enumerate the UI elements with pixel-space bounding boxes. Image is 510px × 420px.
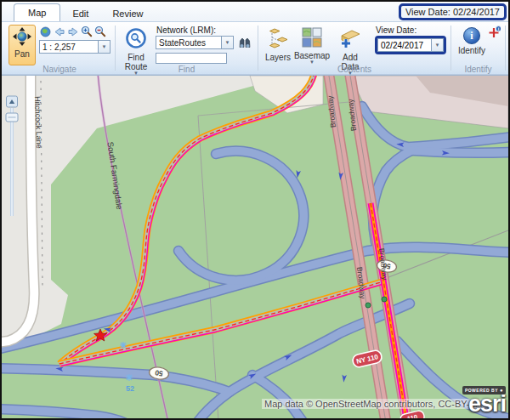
basemap-icon xyxy=(302,27,322,49)
find-route-search-input[interactable] xyxy=(156,53,227,64)
zoom-in-button[interactable] xyxy=(80,26,93,37)
layers-button[interactable]: Layers xyxy=(263,25,293,64)
network-select[interactable] xyxy=(156,36,222,49)
measure-label: 52 xyxy=(126,384,134,393)
zoom-in-icon xyxy=(81,26,93,37)
find-group-label: Find xyxy=(116,65,257,74)
basemap-button[interactable]: Basemap ▼ xyxy=(293,25,331,64)
svg-text:50: 50 xyxy=(154,368,163,377)
tab-edit[interactable]: Edit xyxy=(60,5,100,21)
network-dropdown-arrow[interactable]: ▼ xyxy=(222,36,234,49)
pan-button-label: Pan xyxy=(14,49,30,59)
find-route-button[interactable]: Find Route ▼ xyxy=(120,25,152,64)
identify-button[interactable]: i Identify xyxy=(456,25,488,64)
identify-icon: i xyxy=(463,27,480,44)
globe-icon xyxy=(40,26,51,37)
contents-group-label: Contents xyxy=(259,65,450,74)
junction-marker xyxy=(382,297,387,302)
layers-label: Layers xyxy=(265,53,291,62)
find-route-icon xyxy=(125,27,147,51)
group-find: Find Route ▼ Network (LRM): ▼ xyxy=(116,24,257,74)
pan-button[interactable]: Pan xyxy=(8,25,36,65)
scale-input[interactable] xyxy=(39,40,99,54)
ribbon: Pan xyxy=(2,22,508,75)
zoom-out-icon xyxy=(94,26,106,37)
ribbon-tab-bar: Map Edit Review View Date: 02/24/2017 xyxy=(2,2,508,22)
binoculars-icon xyxy=(238,37,252,49)
full-extent-button[interactable] xyxy=(39,26,52,37)
crosshair-info-icon: i xyxy=(488,26,501,39)
binoculars-button[interactable] xyxy=(236,36,253,50)
add-data-icon xyxy=(339,27,361,51)
esri-logo: POWERED BY ● esri xyxy=(462,381,506,416)
view-date-dropdown-arrow[interactable]: ▼ xyxy=(432,38,444,52)
ribbon-divider xyxy=(115,26,116,71)
scale-dropdown-arrow[interactable]: ▼ xyxy=(99,40,110,54)
network-lrm-label: Network (LRM): xyxy=(156,26,253,35)
map-canvas[interactable]: 52 50 50 NY 110 xyxy=(2,75,508,418)
ribbon-divider xyxy=(450,26,451,71)
map-graphics: 52 50 50 NY 110 xyxy=(2,76,508,418)
map-attribution: Map data © OpenStreetMap contributors, C… xyxy=(262,399,484,409)
tab-review[interactable]: Review xyxy=(100,5,155,21)
view-date-label: View Date: xyxy=(376,26,446,35)
group-identify: i Identify i Identify xyxy=(452,24,504,74)
identify-group-label: Identify xyxy=(452,65,504,74)
group-contents: Layers Basemap ▼ xyxy=(259,24,450,74)
view-date-highlight-box: ▼ xyxy=(375,36,446,54)
identify-route-location-button[interactable]: i xyxy=(488,26,501,38)
app-window: Map Edit Review View Date: 02/24/2017 xyxy=(0,0,510,420)
identify-button-label: Identify xyxy=(458,46,485,55)
ribbon-divider xyxy=(505,26,506,71)
navigate-group-label: Navigate xyxy=(5,65,114,74)
tab-map[interactable]: Map xyxy=(14,3,60,21)
add-data-button[interactable]: Add Data ▼ xyxy=(331,25,370,64)
back-arrow-icon xyxy=(54,26,65,37)
esri-wordmark: esri xyxy=(462,393,506,416)
group-navigate: Pan xyxy=(5,24,114,74)
ribbon-divider xyxy=(258,26,258,71)
view-date-input[interactable] xyxy=(377,38,432,52)
zoom-out-button[interactable] xyxy=(94,26,106,37)
layers-icon xyxy=(267,27,289,51)
pan-icon xyxy=(13,27,31,48)
previous-extent-button[interactable] xyxy=(53,26,65,37)
next-extent-button[interactable] xyxy=(66,26,79,37)
view-date-status-badge: View Date: 02/24/2017 xyxy=(399,3,507,20)
forward-arrow-icon xyxy=(67,26,79,37)
junction-marker xyxy=(366,303,371,308)
